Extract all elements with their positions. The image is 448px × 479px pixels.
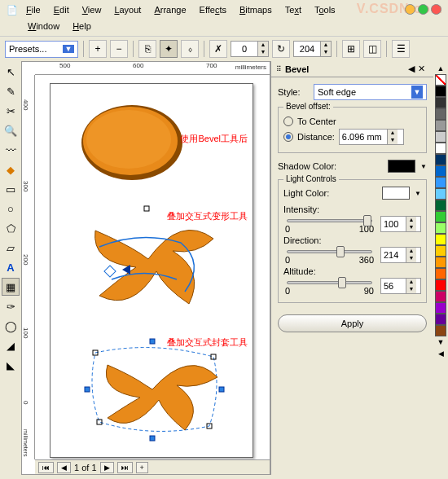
direction-icon: ✗ bbox=[209, 40, 227, 58]
palette-none-swatch[interactable] bbox=[435, 74, 446, 86]
smartfill-tool[interactable]: ◆ bbox=[2, 160, 20, 178]
distance-input[interactable]: ▲▼ bbox=[339, 129, 404, 145]
maximize-button[interactable] bbox=[418, 4, 428, 15]
crop-tool[interactable]: ✂ bbox=[2, 102, 20, 120]
interactive-tool[interactable]: ▦ bbox=[2, 278, 20, 296]
altitude-input[interactable]: ▲▼ bbox=[380, 278, 421, 294]
intensity-input[interactable]: ▲▼ bbox=[380, 216, 421, 232]
docker-grip-icon[interactable]: ⠿ bbox=[276, 65, 282, 73]
palette-swatch-16[interactable] bbox=[435, 268, 446, 279]
palette-swatch-19[interactable] bbox=[435, 302, 446, 314]
palette-swatch-10[interactable] bbox=[435, 200, 446, 211]
misc-button-4[interactable]: ◫ bbox=[363, 40, 381, 58]
minimize-button[interactable] bbox=[405, 4, 415, 15]
direction-slider[interactable] bbox=[287, 250, 372, 253]
style-dropdown[interactable]: Soft edge▼ bbox=[314, 84, 427, 100]
svg-rect-9 bbox=[219, 387, 224, 392]
direction-input[interactable]: ▲▼ bbox=[380, 247, 421, 263]
freehand-tool[interactable]: 〰 bbox=[2, 141, 20, 159]
menu-tools[interactable]: Tools bbox=[310, 3, 340, 16]
palette-swatch-2[interactable] bbox=[435, 108, 446, 120]
close-button[interactable] bbox=[431, 4, 441, 15]
palette-swatch-3[interactable] bbox=[435, 120, 446, 131]
menu-file[interactable]: File bbox=[21, 3, 46, 16]
interactivefill-tool[interactable]: ◣ bbox=[2, 356, 20, 374]
palette-swatch-7[interactable] bbox=[435, 165, 446, 177]
zoom-tool[interactable]: 🔍 bbox=[2, 121, 20, 139]
docker-close-button[interactable]: ✕ bbox=[415, 64, 428, 74]
menu-arrange[interactable]: Arrange bbox=[149, 3, 191, 16]
misc-button-5[interactable]: ☰ bbox=[392, 40, 410, 58]
clear-bevel-button[interactable]: ✦ bbox=[160, 40, 178, 58]
page-first-button[interactable]: ⏮ bbox=[38, 462, 54, 473]
copy-props-button[interactable]: ⎘ bbox=[138, 40, 156, 58]
menu-view[interactable]: View bbox=[77, 3, 107, 16]
palette-swatch-18[interactable] bbox=[435, 291, 446, 302]
rotation-input[interactable]: ▲▼ bbox=[231, 41, 269, 57]
bevel-offset-group: Bevel offset: To Center Distance: ▲▼ bbox=[278, 107, 427, 153]
page: 使用Bevel工具后 叠加交互式变形工具 bbox=[50, 83, 253, 458]
menu-edit[interactable]: Edit bbox=[49, 3, 74, 16]
palette-swatch-15[interactable] bbox=[435, 257, 446, 268]
docker-collapse-button[interactable]: ◀ bbox=[408, 64, 415, 74]
palette-swatch-11[interactable] bbox=[435, 211, 446, 222]
fill-tool[interactable]: ◢ bbox=[2, 336, 20, 354]
apply-button[interactable]: Apply bbox=[278, 314, 427, 332]
palette-swatch-0[interactable] bbox=[435, 86, 446, 97]
palette-flyout-button[interactable]: ◀ bbox=[438, 348, 444, 359]
shape-tool[interactable]: ✎ bbox=[2, 82, 20, 100]
page-next-button[interactable]: ▶ bbox=[100, 462, 114, 473]
menu-help[interactable]: Help bbox=[68, 20, 96, 33]
eyedropper-tool[interactable]: ✑ bbox=[2, 297, 20, 315]
menu-text[interactable]: Text bbox=[280, 3, 306, 16]
nudge-input[interactable]: ▲▼ bbox=[293, 41, 332, 57]
misc-button-2[interactable]: ↻ bbox=[272, 40, 290, 58]
menu-effects[interactable]: Effects bbox=[195, 3, 231, 16]
basicshapes-tool[interactable]: ▱ bbox=[2, 239, 20, 257]
shadow-color-dropdown-icon[interactable]: ▼ bbox=[420, 163, 427, 170]
polygon-tool[interactable]: ⬠ bbox=[2, 219, 20, 237]
intensity-slider[interactable] bbox=[287, 219, 372, 222]
to-center-radio[interactable] bbox=[283, 116, 293, 126]
annotation-2: 叠加交互式变形工具 bbox=[167, 210, 248, 222]
page-prev-button[interactable]: ◀ bbox=[57, 462, 71, 473]
menu-bitmaps[interactable]: Bitmaps bbox=[235, 3, 277, 16]
palette-down-button[interactable]: ▼ bbox=[437, 336, 445, 348]
light-color-swatch[interactable] bbox=[382, 187, 410, 200]
shadow-color-swatch[interactable] bbox=[388, 160, 415, 173]
drawing-canvas[interactable]: 使用Bevel工具后 叠加交互式变形工具 bbox=[35, 75, 270, 459]
palette-up-button[interactable]: ▲ bbox=[437, 63, 445, 74]
page-add-button[interactable]: + bbox=[136, 462, 148, 473]
palette-swatch-21[interactable] bbox=[435, 325, 446, 336]
misc-button-3[interactable]: ⊞ bbox=[342, 40, 360, 58]
palette-swatch-14[interactable] bbox=[435, 245, 446, 257]
palette-swatch-6[interactable] bbox=[435, 154, 446, 165]
palette-swatch-5[interactable] bbox=[435, 143, 446, 154]
palette-swatch-12[interactable] bbox=[435, 222, 446, 234]
distance-radio[interactable] bbox=[283, 132, 293, 142]
palette-swatch-20[interactable] bbox=[435, 314, 446, 325]
page-last-button[interactable]: ⏭ bbox=[117, 462, 133, 473]
altitude-slider[interactable] bbox=[287, 281, 372, 284]
palette-swatch-4[interactable] bbox=[435, 131, 446, 143]
shape-bevel-ellipse bbox=[75, 100, 189, 186]
palette-swatch-13[interactable] bbox=[435, 234, 446, 245]
pick-tool[interactable]: ↖ bbox=[2, 63, 20, 81]
rectangle-tool[interactable]: ▭ bbox=[2, 180, 20, 198]
add-preset-button[interactable]: + bbox=[89, 40, 107, 58]
palette-swatch-9[interactable] bbox=[435, 188, 446, 200]
remove-preset-button[interactable]: − bbox=[110, 40, 128, 58]
text-tool[interactable]: A bbox=[2, 258, 20, 276]
palette-swatch-1[interactable] bbox=[435, 97, 446, 108]
misc-button-1[interactable]: ⬨ bbox=[181, 40, 199, 58]
menu-layout[interactable]: Layout bbox=[109, 3, 146, 16]
palette-swatch-17[interactable] bbox=[435, 279, 446, 291]
ellipse-tool[interactable]: ○ bbox=[2, 200, 20, 218]
presets-dropdown[interactable]: Presets...▼ bbox=[5, 41, 78, 58]
outline-tool[interactable]: ◯ bbox=[2, 317, 20, 335]
palette-swatch-8[interactable] bbox=[435, 177, 446, 188]
light-color-dropdown-icon[interactable]: ▼ bbox=[415, 190, 421, 197]
menu-window[interactable]: Window bbox=[23, 20, 64, 33]
svg-rect-11 bbox=[150, 436, 155, 441]
ruler-horizontal: 500 600 700 millimeters bbox=[35, 62, 270, 75]
